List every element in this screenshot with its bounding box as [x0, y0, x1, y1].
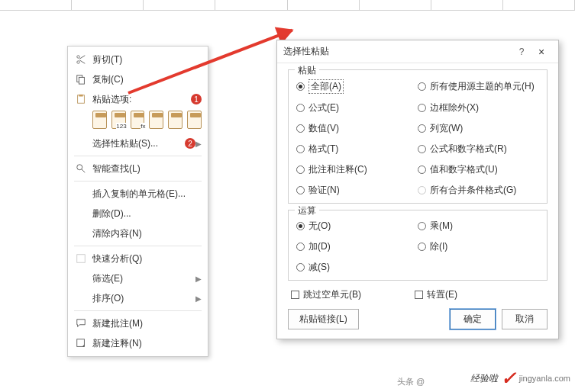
svg-rect-3: [79, 95, 82, 97]
radio-comments[interactable]: 批注和注释(C): [296, 163, 418, 176]
menu-paste-options: 粘贴选项: 1: [68, 89, 208, 109]
badge-2: 2: [185, 138, 195, 149]
radio-formulas[interactable]: 公式(E): [296, 101, 418, 114]
svg-rect-5: [77, 255, 86, 263]
menu-smart-lookup[interactable]: 智能查找(L): [68, 159, 208, 178]
check-skip-blanks[interactable]: 跳过空单元(B): [291, 288, 361, 301]
close-button[interactable]: ×: [531, 46, 552, 58]
watermark: 经验啦✓ jingyanla.com: [470, 368, 570, 389]
menu-copy[interactable]: 复制(C): [68, 69, 208, 89]
menu-new-comment[interactable]: 新建批注(M): [68, 313, 208, 333]
radio-multiply[interactable]: 乘(M): [418, 220, 539, 233]
dialog-titlebar: 选择性粘贴 ? ×: [277, 40, 558, 63]
svg-point-4: [77, 165, 82, 170]
radio-theme[interactable]: 所有使用源主题的单元(H): [418, 79, 539, 94]
separator: [74, 246, 202, 246]
radio-formula-num[interactable]: 公式和数字格式(R): [418, 143, 539, 156]
menu-sort-label: 排序(O): [92, 292, 195, 305]
chevron-right-icon: ▶: [195, 140, 202, 148]
paste-icon-row: 123 fx: [68, 109, 208, 133]
comment-icon: [74, 318, 88, 329]
paste-special-dialog: 选择性粘贴 ? × 粘贴 全部(A) 所有使用源主题的单元(H) 公式(E) 边…: [276, 40, 559, 339]
quick-analysis-icon: [74, 253, 88, 264]
radio-add[interactable]: 加(D): [296, 240, 418, 253]
menu-new-note[interactable]: 新建注释(N): [68, 333, 208, 353]
menu-new-comment-label: 新建批注(M): [92, 317, 202, 330]
radio-subtract[interactable]: 减(S): [296, 261, 418, 274]
radio-values[interactable]: 数值(V): [296, 122, 418, 135]
radio-divide[interactable]: 除(I): [418, 240, 539, 253]
menu-smart-lookup-label: 智能查找(L): [92, 162, 202, 175]
menu-paste-special-label: 选择性粘贴(S)...: [92, 137, 182, 150]
menu-filter[interactable]: 筛选(E) ▶: [68, 268, 208, 288]
radio-colwidth[interactable]: 列宽(W): [418, 122, 539, 135]
menu-cut-label: 剪切(T): [92, 53, 202, 66]
toutiao-watermark: 头条 @: [397, 376, 425, 387]
menu-sort[interactable]: 排序(O) ▶: [68, 288, 208, 308]
search-icon: [74, 163, 88, 174]
menu-cut[interactable]: 剪切(T): [68, 50, 208, 69]
radio-none[interactable]: 无(O): [296, 220, 418, 233]
menu-quick-analysis-label: 快速分析(Q): [92, 252, 202, 265]
ok-button[interactable]: 确定: [450, 309, 496, 329]
paste-icon-transpose[interactable]: [149, 111, 163, 129]
separator: [74, 156, 202, 156]
dialog-buttons: 粘贴链接(L) 确定 取消: [288, 309, 548, 329]
menu-insert-copied[interactable]: 插入复制的单元格(E)...: [68, 184, 208, 204]
chevron-right-icon: ▶: [195, 294, 202, 303]
menu-insert-copied-label: 插入复制的单元格(E)...: [92, 188, 202, 201]
menu-paste-options-label: 粘贴选项:: [92, 93, 188, 106]
paste-icon-all[interactable]: [92, 111, 107, 129]
scissors-icon: [74, 54, 88, 65]
note-icon: [74, 338, 88, 349]
chevron-right-icon: ▶: [195, 275, 202, 283]
paste-link-button[interactable]: 粘贴链接(L): [288, 309, 359, 329]
operation-group-label: 运算: [295, 204, 319, 217]
operation-group: 运算 无(O) 乘(M) 加(D) 除(I) 减(S): [288, 210, 548, 281]
help-button[interactable]: ?: [512, 47, 531, 57]
paste-icon-values[interactable]: 123: [111, 111, 126, 129]
menu-paste-special[interactable]: 选择性粘贴(S)... 2 ▶: [68, 133, 208, 153]
radio-formats[interactable]: 格式(T): [296, 143, 418, 156]
separator: [74, 181, 202, 182]
radio-all[interactable]: 全部(A): [296, 79, 418, 94]
menu-quick-analysis: 快速分析(Q): [68, 249, 208, 268]
paste-icon-link[interactable]: [187, 111, 202, 129]
menu-new-note-label: 新建注释(N): [92, 337, 202, 350]
menu-clear[interactable]: 清除内容(N): [68, 223, 208, 243]
separator: [74, 310, 202, 311]
radio-validation[interactable]: 验证(N): [296, 184, 418, 197]
svg-rect-1: [79, 77, 84, 84]
dialog-title: 选择性粘贴: [283, 45, 512, 58]
svg-rect-6: [77, 339, 85, 347]
check-transpose[interactable]: 转置(E): [415, 288, 457, 301]
cancel-button[interactable]: 取消: [502, 309, 548, 329]
check-icon: ✓: [501, 368, 516, 389]
menu-clear-label: 清除内容(N): [92, 227, 202, 240]
menu-filter-label: 筛选(E): [92, 272, 195, 285]
radio-no-border[interactable]: 边框除外(X): [418, 101, 539, 114]
badge-1: 1: [191, 94, 202, 104]
paste-icon-formatting[interactable]: [168, 111, 183, 129]
menu-delete[interactable]: 删除(D)...: [68, 204, 208, 223]
clipboard-icon: [74, 94, 88, 104]
paste-group-label: 粘贴: [295, 64, 319, 77]
radio-cond-format: 所有合并条件格式(G): [418, 184, 539, 197]
checkbox-row: 跳过空单元(B) 转置(E): [291, 288, 544, 301]
copy-icon: [74, 74, 88, 85]
menu-delete-label: 删除(D)...: [92, 207, 202, 220]
radio-value-num[interactable]: 值和数字格式(U): [418, 163, 539, 176]
context-menu: 剪切(T) 复制(C) 粘贴选项: 1 123 fx 选择性粘贴(S)... 2…: [67, 46, 208, 357]
spreadsheet-cells: [0, 0, 575, 11]
paste-icon-formulas[interactable]: fx: [131, 111, 145, 129]
paste-group: 粘贴 全部(A) 所有使用源主题的单元(H) 公式(E) 边框除外(X) 数值(…: [288, 69, 548, 204]
